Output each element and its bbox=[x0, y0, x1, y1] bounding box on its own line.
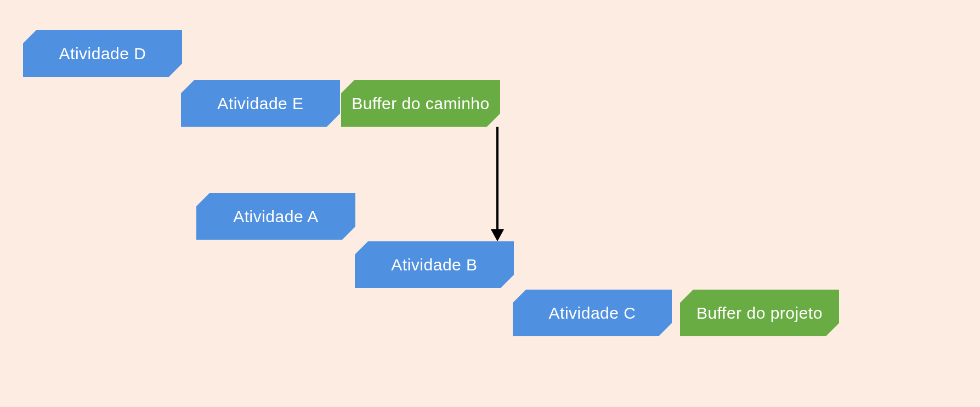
dependency-arrow-head-icon bbox=[491, 229, 504, 241]
activity-c-box: Atividade C bbox=[513, 290, 672, 336]
path-buffer-label: Buffer do caminho bbox=[352, 93, 489, 114]
activity-e-label: Atividade E bbox=[217, 93, 303, 114]
activity-c-label: Atividade C bbox=[549, 303, 636, 324]
activity-d-label: Atividade D bbox=[59, 43, 146, 64]
project-buffer-label: Buffer do projeto bbox=[696, 303, 823, 324]
activity-a-box: Atividade A bbox=[196, 193, 355, 240]
activity-a-label: Atividade A bbox=[233, 206, 319, 227]
activity-b-box: Atividade B bbox=[355, 241, 514, 288]
diagram-stage: Atividade D Atividade E Buffer do caminh… bbox=[0, 0, 980, 407]
activity-d-box: Atividade D bbox=[23, 30, 182, 77]
path-buffer-box: Buffer do caminho bbox=[341, 80, 500, 127]
project-buffer-box: Buffer do projeto bbox=[680, 290, 839, 336]
activity-e-box: Atividade E bbox=[181, 80, 340, 127]
dependency-arrow-line bbox=[496, 127, 499, 229]
activity-b-label: Atividade B bbox=[391, 255, 477, 275]
